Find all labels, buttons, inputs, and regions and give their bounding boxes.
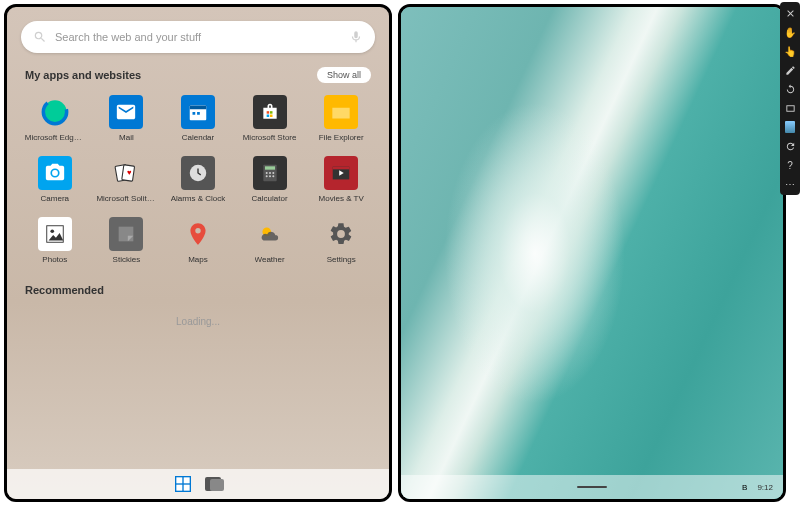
app-folder[interactable]: File Explorer [307, 91, 375, 146]
app-photos[interactable]: Photos [21, 213, 89, 268]
help-icon[interactable]: ? [783, 158, 797, 172]
movie-icon [324, 156, 358, 190]
apps-title: My apps and websites [25, 69, 141, 81]
app-mail[interactable]: Mail [93, 91, 161, 146]
more-icon[interactable]: ⋯ [783, 177, 797, 191]
app-label: Weather [255, 255, 285, 264]
app-label: Movies & TV [319, 194, 364, 203]
app-calendar[interactable]: Calendar [164, 91, 232, 146]
hand-icon[interactable]: ✋ [783, 25, 797, 39]
search-icon [33, 30, 47, 44]
app-clock[interactable]: Alarms & Clock [164, 152, 232, 207]
svg-rect-28 [176, 477, 182, 483]
svg-rect-4 [192, 112, 195, 115]
app-gear[interactable]: Settings [307, 213, 375, 268]
svg-rect-6 [266, 111, 269, 114]
app-label: Photos [42, 255, 67, 264]
svg-rect-15 [265, 166, 275, 169]
app-label: Microsoft Store [243, 133, 297, 142]
app-label: Calendar [182, 133, 214, 142]
camera-icon [38, 156, 72, 190]
calendar-icon [181, 95, 215, 129]
show-all-button[interactable]: Show all [317, 67, 371, 83]
rotate-icon[interactable] [783, 82, 797, 96]
left-screen: Search the web and your stuff My apps an… [4, 4, 392, 502]
svg-point-21 [272, 175, 274, 177]
recommended-header: Recommended [25, 284, 371, 296]
taskbar-right: B 9:12 [401, 475, 783, 499]
svg-point-25 [50, 229, 54, 233]
taskbar-left [7, 469, 389, 499]
taskbar-handle[interactable] [577, 486, 607, 488]
svg-rect-23 [333, 167, 350, 170]
emulator-toolbar: ✋ 👆 ? ⋯ [780, 2, 800, 195]
loading-text: Loading... [7, 316, 389, 327]
app-movie[interactable]: Movies & TV [307, 152, 375, 207]
svg-point-18 [272, 172, 274, 174]
app-label: Microsoft Solita... [96, 194, 156, 203]
app-label: Microsoft Edge ... [25, 133, 85, 142]
app-label: Maps [188, 255, 208, 264]
clock-icon [181, 156, 215, 190]
mic-icon[interactable] [349, 30, 363, 44]
right-screen: B 9:12 [398, 4, 786, 502]
device-icon[interactable] [783, 120, 797, 134]
app-pin[interactable]: Maps [164, 213, 232, 268]
refresh-icon[interactable] [783, 139, 797, 153]
app-calc[interactable]: Calculator [236, 152, 304, 207]
start-button[interactable] [175, 476, 191, 492]
svg-rect-29 [184, 477, 190, 483]
app-label: Mail [119, 133, 134, 142]
svg-rect-30 [176, 485, 182, 491]
clock: 9:12 [757, 483, 773, 492]
wallpaper-ocean [401, 7, 783, 499]
svg-rect-32 [786, 105, 793, 111]
recommended-title: Recommended [25, 284, 104, 296]
app-label: Stickies [113, 255, 141, 264]
rect-icon[interactable] [783, 101, 797, 115]
app-store[interactable]: Microsoft Store [236, 91, 304, 146]
app-camera[interactable]: Camera [21, 152, 89, 207]
battery-icon: B [742, 483, 747, 492]
svg-rect-9 [270, 115, 273, 118]
app-sticky[interactable]: Stickies [93, 213, 161, 268]
app-label: Calculator [252, 194, 288, 203]
mail-icon [109, 95, 143, 129]
apps-grid: Microsoft Edge ...MailCalendarMicrosoft … [21, 91, 375, 268]
app-weather[interactable]: Weather [236, 213, 304, 268]
app-label: File Explorer [319, 133, 364, 142]
edge-icon [38, 95, 72, 129]
app-label: Camera [41, 194, 69, 203]
svg-rect-26 [119, 227, 134, 242]
pin-icon [181, 217, 215, 251]
apps-section-header: My apps and websites Show all [25, 67, 371, 83]
store-icon [253, 95, 287, 129]
svg-rect-8 [266, 115, 269, 118]
search-placeholder: Search the web and your stuff [55, 31, 349, 43]
svg-point-16 [265, 172, 267, 174]
hand2-icon[interactable]: 👆 [783, 44, 797, 58]
calc-icon [253, 156, 287, 190]
svg-rect-5 [197, 112, 200, 115]
sticky-icon [109, 217, 143, 251]
pencil-icon[interactable] [783, 63, 797, 77]
photos-icon [38, 217, 72, 251]
app-label: Alarms & Clock [171, 194, 226, 203]
search-bar[interactable]: Search the web and your stuff [21, 21, 375, 53]
app-cards[interactable]: ♥Microsoft Solita... [93, 152, 161, 207]
app-edge[interactable]: Microsoft Edge ... [21, 91, 89, 146]
svg-rect-7 [270, 111, 273, 114]
close-icon[interactable] [783, 6, 797, 20]
weather-icon [253, 217, 287, 251]
svg-text:♥: ♥ [127, 168, 132, 177]
gear-icon [324, 217, 358, 251]
task-view-button[interactable] [205, 477, 221, 491]
svg-point-20 [269, 175, 271, 177]
app-label: Settings [327, 255, 356, 264]
svg-point-17 [269, 172, 271, 174]
cards-icon: ♥ [109, 156, 143, 190]
svg-rect-3 [190, 106, 207, 110]
svg-rect-31 [184, 485, 190, 491]
folder-icon [324, 95, 358, 129]
svg-point-19 [265, 175, 267, 177]
